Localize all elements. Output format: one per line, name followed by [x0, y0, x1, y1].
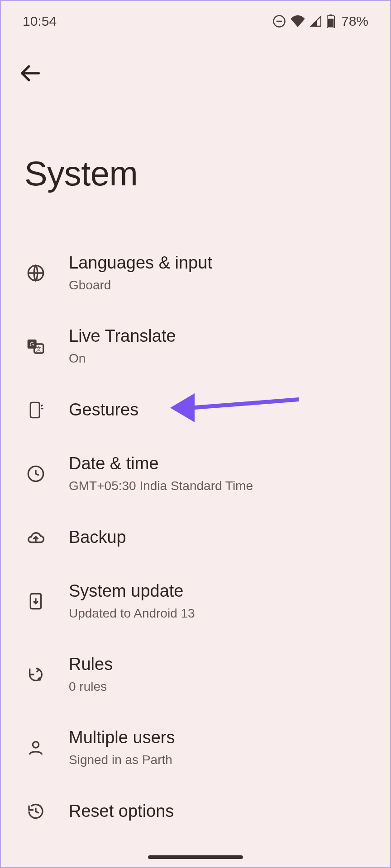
svg-rect-4	[328, 19, 334, 27]
back-button[interactable]	[18, 79, 42, 86]
item-live-translate[interactable]: G文 Live Translate On	[1, 310, 390, 383]
item-backup[interactable]: Backup	[1, 510, 390, 565]
item-title: Reset options	[69, 801, 174, 822]
item-title: Date & time	[69, 453, 253, 474]
rules-icon	[26, 665, 45, 684]
item-languages-input[interactable]: Languages & input Gboard	[1, 236, 390, 310]
svg-rect-12	[30, 402, 39, 417]
page-title: System	[1, 87, 390, 193]
item-subtitle: Signed in as Parth	[69, 752, 175, 768]
item-title: Rules	[69, 654, 113, 675]
item-title: Backup	[69, 527, 126, 548]
svg-text:文: 文	[36, 345, 42, 352]
dnd-icon	[272, 14, 286, 28]
battery-icon	[327, 14, 335, 28]
settings-list: Languages & input Gboard G文 Live Transla…	[1, 193, 390, 839]
svg-point-18	[33, 742, 38, 748]
gesture-nav-handle[interactable]	[148, 855, 243, 859]
status-right: 78%	[272, 14, 368, 29]
status-time: 10:54	[23, 14, 57, 29]
item-gestures[interactable]: Gestures	[1, 383, 390, 437]
item-subtitle: Gboard	[69, 277, 212, 293]
item-rules[interactable]: Rules 0 rules	[1, 638, 390, 711]
gesture-phone-icon	[26, 401, 45, 420]
cloud-upload-icon	[26, 528, 45, 547]
globe-icon	[26, 264, 45, 283]
svg-point-17	[38, 677, 42, 681]
item-multiple-users[interactable]: Multiple users Signed in as Parth	[1, 711, 390, 784]
item-title: Live Translate	[69, 326, 176, 347]
item-title: Multiple users	[69, 727, 175, 748]
item-title: Gestures	[69, 400, 138, 420]
reset-icon	[26, 802, 45, 821]
item-subtitle: GMT+05:30 India Standard Time	[69, 478, 253, 494]
phone-update-icon	[26, 592, 45, 611]
item-title: System update	[69, 581, 195, 602]
item-reset-options[interactable]: Reset options	[1, 784, 390, 839]
item-title: Languages & input	[69, 253, 212, 274]
battery-percent: 78%	[341, 14, 368, 29]
wifi-icon	[291, 15, 305, 27]
translate-icon: G文	[26, 337, 45, 356]
item-subtitle: 0 rules	[69, 679, 113, 695]
item-system-update[interactable]: System update Updated to Android 13	[1, 565, 390, 638]
clock-icon	[26, 464, 45, 483]
item-subtitle: On	[69, 350, 176, 367]
cellular-icon	[310, 15, 322, 27]
status-bar: 10:54 78%	[1, 1, 390, 29]
item-subtitle: Updated to Android 13	[69, 605, 195, 622]
person-icon	[26, 738, 45, 757]
item-date-time[interactable]: Date & time GMT+05:30 India Standard Tim…	[1, 437, 390, 510]
